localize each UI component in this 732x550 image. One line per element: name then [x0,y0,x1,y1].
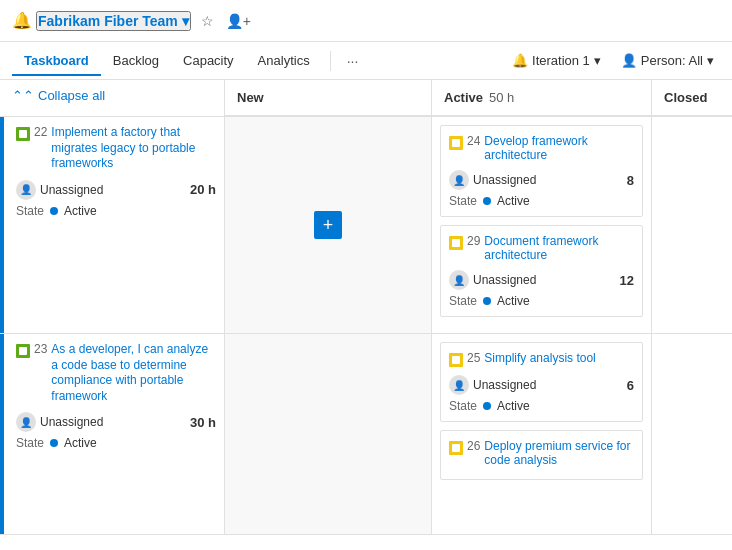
card-25-state-value: Active [497,399,530,413]
collapse-all-label: Collapse all [38,88,105,103]
board: ⌃⌃ Collapse all New Active 50 h Closed [0,80,732,535]
card-29-state-value: Active [497,294,530,308]
pbi-avatar-2: 👤 [16,412,36,432]
col-header-active: Active 50 h [432,80,652,116]
card-24-id: 24 [467,134,480,148]
row-1-closed [652,117,732,333]
person-label: Person: All [641,53,703,68]
card-24-meta: 👤 Unassigned 8 [449,170,634,190]
tab-analytics[interactable]: Analytics [246,45,322,76]
card-24-assignee: 👤 Unassigned [449,170,536,190]
pbi-state-value-2: Active [64,436,97,450]
card-24-hours: 8 [627,173,634,188]
card-25-state-dot [483,402,491,410]
pbi-assignee-2: 👤 Unassigned [16,412,103,432]
row-group-2: 23 As a developer, I can analyze a code … [0,334,732,535]
nav-tabs: Taskboard Backlog Capacity Analytics ···… [0,42,732,80]
svg-rect-1 [452,139,460,147]
card-25-state-label: State [449,399,477,413]
iteration-chevron-icon: ▾ [594,53,601,68]
task-icon-26 [449,441,463,455]
task-card-25[interactable]: 25 Simplify analysis tool 👤 Unassigned 6… [440,342,643,422]
task-card-26[interactable]: 26 Deploy premium service for code analy… [440,430,643,480]
card-24-assignee-label: Unassigned [473,173,536,187]
pbi-story-icon-1 [16,127,30,141]
pbi-card-2[interactable]: 23 As a developer, I can analyze a code … [0,334,225,534]
pbi-state-label-1: State [16,204,44,218]
card-29-avatar: 👤 [449,270,469,290]
tab-taskboard[interactable]: Taskboard [12,45,101,76]
card-29-state-label: State [449,294,477,308]
card-24-state-value: Active [497,194,530,208]
iteration-button[interactable]: 🔔 Iteration 1 ▾ [506,49,607,72]
pbi-card-1[interactable]: 22 Implement a factory that migrates leg… [0,117,225,333]
nav-more-button[interactable]: ··· [339,49,367,73]
iteration-icon: 🔔 [512,53,528,68]
card-29-assignee-label: Unassigned [473,273,536,287]
pbi-state-label-2: State [16,436,44,450]
col-header-closed: Closed [652,80,732,116]
top-bar: 🔔 Fabrikam Fiber Team ▾ ☆ 👤+ [0,0,732,42]
pbi-assignee-label-2: Unassigned [40,415,103,429]
card-25-assignee-label: Unassigned [473,378,536,392]
card-24-avatar: 👤 [449,170,469,190]
tab-backlog[interactable]: Backlog [101,45,171,76]
card-24-state-label: State [449,194,477,208]
task-icon-29 [449,236,463,250]
team-icon: 🔔 [12,11,32,30]
card-29-title-row: 29 Document framework architecture [449,234,634,262]
pbi-hours-1: 20 h [190,182,216,197]
card-29-hours: 12 [620,273,634,288]
row-2-closed [652,334,732,534]
favorite-icon[interactable]: ☆ [199,11,216,31]
card-29-title: Document framework architecture [484,234,634,262]
person-filter-button[interactable]: 👤 Person: All ▾ [615,49,720,72]
card-25-id: 25 [467,351,480,365]
card-24-state-dot [483,197,491,205]
tab-capacity[interactable]: Capacity [171,45,246,76]
pbi-title-2: As a developer, I can analyze a code bas… [51,342,216,404]
pbi-state-value-1: Active [64,204,97,218]
card-29-state: State Active [449,294,634,308]
pbi-state-1: State Active [16,204,216,218]
row-2-active: 25 Simplify analysis tool 👤 Unassigned 6… [432,334,652,534]
team-name-button[interactable]: Fabrikam Fiber Team ▾ [36,11,191,31]
card-29-state-dot [483,297,491,305]
pbi-meta-1: 👤 Unassigned 20 h [16,180,216,200]
card-25-state: State Active [449,399,634,413]
card-29-meta: 👤 Unassigned 12 [449,270,634,290]
pbi-assignee-label-1: Unassigned [40,183,103,197]
task-icon-24 [449,136,463,150]
column-headers: ⌃⌃ Collapse all New Active 50 h Closed [0,80,732,117]
collapse-all-button[interactable]: ⌃⌃ Collapse all [12,88,105,103]
card-26-id: 26 [467,439,480,453]
top-bar-icons: ☆ 👤+ [199,11,253,31]
task-card-29[interactable]: 29 Document framework architecture 👤 Una… [440,225,643,317]
row-1-new: + [225,117,432,333]
nav-right: 🔔 Iteration 1 ▾ 👤 Person: All ▾ [506,49,720,72]
team-chevron-icon: ▾ [182,13,189,29]
svg-rect-5 [452,444,460,452]
card-29-assignee: 👤 Unassigned [449,270,536,290]
pbi-hours-2: 30 h [190,415,216,430]
card-25-avatar: 👤 [449,375,469,395]
card-24-title: Develop framework architecture [484,134,634,162]
pbi-state-dot-2 [50,439,58,447]
pbi-state-dot-1 [50,207,58,215]
task-card-24[interactable]: 24 Develop framework architecture 👤 Unas… [440,125,643,217]
card-25-hours: 6 [627,378,634,393]
add-member-icon[interactable]: 👤+ [224,11,253,31]
row-indicator-2 [0,334,4,534]
pbi-state-2: State Active [16,436,216,450]
card-29-id: 29 [467,234,480,248]
team-name-label: Fabrikam Fiber Team [38,13,178,29]
add-card-button-1[interactable]: + [314,211,342,239]
row-group-1: 22 Implement a factory that migrates leg… [0,117,732,334]
pbi-assignee-1: 👤 Unassigned [16,180,103,200]
task-icon-25 [449,353,463,367]
row-indicator-1 [0,117,4,333]
card-25-title: Simplify analysis tool [484,351,595,365]
col-new-label: New [237,90,264,105]
left-spacer: ⌃⌃ Collapse all [0,80,225,116]
card-26-title-row: 26 Deploy premium service for code analy… [449,439,634,467]
